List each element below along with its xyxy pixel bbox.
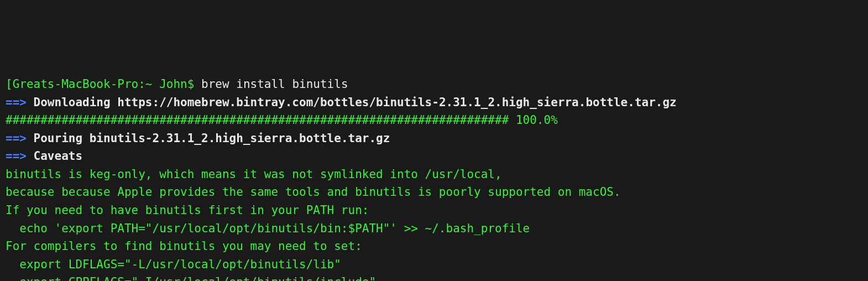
caveats-line: ==> Caveats xyxy=(6,147,862,165)
download-heading: Downloading https://homebrew.bintray.com… xyxy=(27,96,677,109)
arrow-icon: ==> xyxy=(6,149,27,163)
caveat-text: If you need to have binutils first in yo… xyxy=(6,201,862,220)
prompt-host-path: Greats-MacBook-Pro:~ John$ xyxy=(13,77,201,91)
caveats-heading: Caveats xyxy=(27,149,82,163)
caveat-text: export CPPFLAGS="-I/usr/local/opt/binuti… xyxy=(6,273,862,281)
caveat-text: echo 'export PATH="/usr/local/opt/binuti… xyxy=(6,220,862,238)
caveat-text: binutils is keg-only, which means it was… xyxy=(6,165,862,184)
arrow-icon: ==> xyxy=(6,132,27,145)
prompt-line: [Greats-MacBook-Pro:~ John$ brew install… xyxy=(6,75,862,93)
caveat-text: For compilers to find binutils you may n… xyxy=(6,237,862,256)
command-text: brew install binutils xyxy=(201,77,348,91)
caveat-text: because because Apple provides the same … xyxy=(6,183,862,201)
arrow-icon: ==> xyxy=(6,96,27,109)
pouring-line: ==> Pouring binutils-2.31.1_2.high_sierr… xyxy=(6,129,862,148)
progress-bar: ########################################… xyxy=(6,111,862,129)
download-line: ==> Downloading https://homebrew.bintray… xyxy=(6,93,862,112)
terminal-output[interactable]: [Greats-MacBook-Pro:~ John$ brew install… xyxy=(6,75,862,281)
pouring-heading: Pouring binutils-2.31.1_2.high_sierra.bo… xyxy=(27,132,390,145)
caveat-text: export LDFLAGS="-L/usr/local/opt/binutil… xyxy=(6,256,862,274)
bracket-icon: [ xyxy=(6,77,13,91)
